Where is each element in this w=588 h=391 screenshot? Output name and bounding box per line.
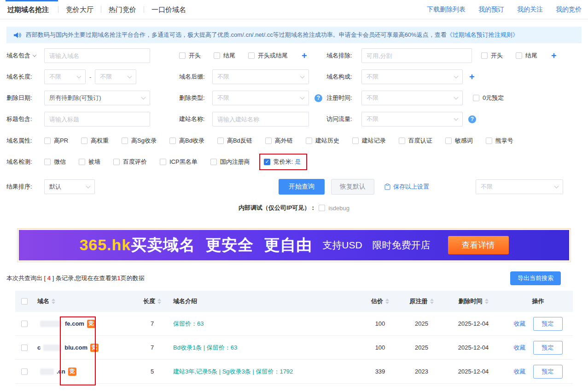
tab-expired-domains[interactable]: 过期域名抢注 bbox=[6, 0, 58, 19]
checkbox-exclude-starts[interactable]: 开头 bbox=[481, 52, 503, 60]
checkbox-high-bd-backlink[interactable]: 高Bd反链 bbox=[217, 137, 252, 145]
checkbox-jingjiami[interactable]: 竞价米: 是 bbox=[264, 158, 301, 166]
favorite-link[interactable]: 收藏 bbox=[514, 368, 526, 376]
link-download-delete-list[interactable]: 下载删除列表 bbox=[427, 6, 466, 14]
delete-type-select[interactable]: 不限 bbox=[212, 91, 309, 105]
sort-icon[interactable] bbox=[157, 299, 161, 304]
save-icon bbox=[384, 184, 390, 190]
checkbox-site-record[interactable]: 建站记录 bbox=[352, 137, 386, 145]
site-name-input[interactable] bbox=[212, 112, 309, 126]
checkbox-exclude-ends[interactable]: 结尾 bbox=[516, 52, 537, 60]
traffic-select[interactable]: 不限 bbox=[361, 112, 463, 126]
contain-label: 域名包含 bbox=[6, 52, 30, 60]
sort-icon[interactable] bbox=[385, 299, 389, 304]
banner-cta-button[interactable]: 查看详情 bbox=[448, 236, 509, 254]
save-settings-link[interactable]: 保存以上设置 bbox=[384, 183, 429, 191]
traffic-help-icon[interactable] bbox=[468, 115, 476, 123]
reset-button[interactable]: 恢复默认 bbox=[331, 179, 374, 195]
row-checkbox[interactable] bbox=[21, 368, 28, 375]
checkbox-site-history[interactable]: 建站历史 bbox=[306, 137, 339, 145]
checkbox-ends-with[interactable]: 结尾 bbox=[214, 52, 235, 60]
checkbox-high-pr[interactable]: 高PR bbox=[44, 137, 68, 145]
sort-select[interactable]: 默认 bbox=[44, 179, 95, 194]
header-registered[interactable]: 原注册 bbox=[400, 297, 443, 305]
header-delete-time[interactable]: 删除时间 bbox=[443, 297, 503, 305]
checkbox-box bbox=[44, 138, 51, 144]
header-length[interactable]: 长度 bbox=[135, 297, 169, 305]
add-exclude-condition-icon[interactable] bbox=[551, 51, 557, 60]
reserve-button[interactable]: 预定 bbox=[533, 365, 563, 379]
export-search-button[interactable]: 导出当前搜索 bbox=[510, 271, 561, 285]
domain-exclude-input[interactable] bbox=[361, 48, 472, 63]
extra-filter-select[interactable]: 不限 bbox=[476, 179, 563, 194]
favorite-link[interactable]: 收藏 bbox=[514, 320, 526, 328]
domain-cell[interactable]: c blu.com 竞 bbox=[34, 344, 135, 352]
checkbox-starts-or-ends[interactable]: 开头或结尾 bbox=[248, 52, 288, 60]
checkbox-sensitive-word[interactable]: 敏感词 bbox=[445, 137, 473, 145]
table-row: fe.com 竞 7 保留价：63 100 2025 2025-12-04 收藏… bbox=[15, 312, 573, 336]
auction-badge: 竞 bbox=[90, 344, 99, 352]
tab-buy-now-domains[interactable]: 一口价域名 bbox=[144, 0, 193, 19]
add-contain-condition-icon[interactable] bbox=[302, 51, 307, 60]
chevron-down-icon bbox=[33, 53, 36, 57]
domain-contain-input[interactable] bbox=[44, 48, 150, 63]
checkbox-box bbox=[160, 159, 166, 165]
checkbox-box bbox=[179, 52, 186, 59]
site-name-label: 建站名称: bbox=[179, 115, 212, 123]
checkbox-box bbox=[352, 138, 359, 144]
domain-cell[interactable]: fe.com 竞 bbox=[34, 320, 135, 328]
reg-time-select[interactable]: 不限 bbox=[361, 91, 463, 105]
actions-cell: 收藏 预定 bbox=[503, 317, 573, 331]
domain-cell[interactable]: .cn 竞 bbox=[34, 368, 135, 376]
length-from-select[interactable]: 不限 bbox=[44, 69, 86, 84]
compose-select[interactable]: 不限 bbox=[361, 69, 463, 84]
checkbox-domestic-registrar[interactable]: 国内注册商 bbox=[210, 158, 250, 166]
checkbox-starts-with[interactable]: 开头 bbox=[179, 52, 201, 60]
checkbox-isdebug[interactable]: isdebug bbox=[319, 205, 349, 212]
add-compose-condition-icon[interactable] bbox=[469, 72, 475, 81]
checkbox-high-bd-index[interactable]: 高Bd收录 bbox=[169, 137, 204, 145]
top-nav: 过期域名抢注 竞价大厅 热门竞价 一口价域名 下载删除列表 我的预订 我的关注 … bbox=[0, 0, 588, 19]
header-price[interactable]: 估价 bbox=[361, 297, 400, 305]
tab-auction-hall[interactable]: 竞价大厅 bbox=[58, 0, 101, 19]
suffix-select[interactable]: 不限 bbox=[212, 69, 309, 84]
title-contain-input[interactable] bbox=[44, 112, 150, 126]
notice-rules-link[interactable]: 《过期域名预订抢注规则》 bbox=[447, 31, 518, 39]
row-checkbox[interactable] bbox=[21, 321, 28, 327]
checkbox-high-sg-index[interactable]: 高Sg收录 bbox=[122, 137, 157, 145]
checkbox-blocked[interactable]: 被墙 bbox=[79, 158, 100, 166]
contain-label-dropdown[interactable]: 域名包含 bbox=[6, 52, 44, 60]
checkbox-high-extlink[interactable]: 高外链 bbox=[265, 137, 293, 145]
select-value: 不限 bbox=[367, 94, 378, 102]
checkbox-high-weight[interactable]: 高权重 bbox=[81, 137, 109, 145]
checkbox-xiongzhang[interactable]: 熊掌号 bbox=[486, 137, 513, 145]
tab-hot-auctions[interactable]: 热门竞价 bbox=[101, 0, 144, 19]
delete-type-help-icon[interactable] bbox=[314, 94, 322, 102]
checkbox-icp-blacklist[interactable]: ICP黑名单 bbox=[160, 158, 198, 166]
delete-date-select[interactable]: 所有待删除(可预订) bbox=[44, 91, 150, 105]
checkbox-box bbox=[319, 205, 325, 211]
link-my-bids[interactable]: 我的竞价 bbox=[556, 6, 582, 14]
checkbox-wechat[interactable]: 微信 bbox=[44, 158, 66, 166]
sort-icon[interactable] bbox=[430, 299, 434, 304]
header-domain[interactable]: 域名 bbox=[34, 297, 135, 305]
link-my-follows[interactable]: 我的关注 bbox=[517, 6, 543, 14]
reserve-button[interactable]: 预定 bbox=[533, 341, 563, 355]
promo-banner[interactable]: 365.hk买卖域名 更安全 更自由 支持USD 限时免费开店 查看详情 bbox=[17, 228, 571, 262]
search-button[interactable]: 开始查询 bbox=[279, 179, 325, 195]
checkbox-baidu-rating[interactable]: 百度评价 bbox=[113, 158, 147, 166]
reserve-button[interactable]: 预定 bbox=[533, 317, 563, 331]
link-my-reservations[interactable]: 我的预订 bbox=[478, 6, 504, 14]
registered-cell: 2023 bbox=[400, 368, 443, 375]
checkbox-zero-yuan-reserve[interactable]: 0元预定 bbox=[473, 94, 504, 102]
sort-icon[interactable] bbox=[485, 299, 489, 304]
checkbox-box bbox=[113, 159, 120, 165]
select-all-checkbox[interactable] bbox=[21, 298, 28, 305]
sort-icon[interactable] bbox=[52, 299, 55, 304]
banner-feature-shop: 限时免费开店 bbox=[373, 239, 431, 252]
row-checkbox[interactable] bbox=[21, 345, 28, 351]
checkbox-baidu-verified[interactable]: 百度认证 bbox=[399, 137, 432, 145]
favorite-link[interactable]: 收藏 bbox=[514, 344, 526, 352]
checkbox-label: 高外链 bbox=[275, 137, 293, 145]
length-to-select[interactable]: 不限 bbox=[95, 69, 136, 84]
